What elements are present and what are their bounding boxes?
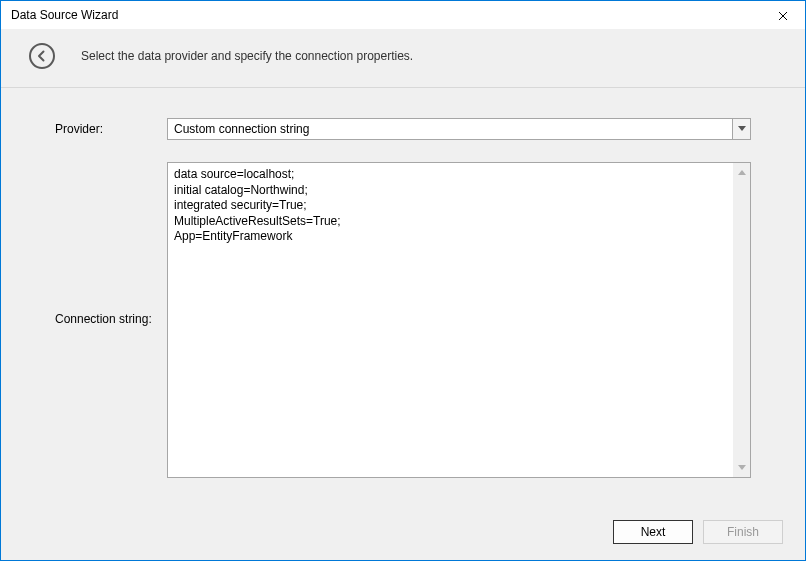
- connection-string-textarea[interactable]: [168, 163, 733, 477]
- connection-string-label: Connection string:: [55, 162, 167, 326]
- provider-combobox[interactable]: Custom connection string: [167, 118, 751, 140]
- header-instruction: Select the data provider and specify the…: [81, 49, 413, 63]
- scroll-up-icon: [738, 167, 746, 177]
- footer: Next Finish: [1, 510, 805, 560]
- window-title: Data Source Wizard: [11, 8, 118, 22]
- connection-string-row: Connection string:: [55, 162, 751, 478]
- provider-selected-value: Custom connection string: [168, 119, 732, 139]
- provider-row: Provider: Custom connection string: [55, 118, 751, 140]
- back-arrow-icon: [36, 50, 48, 62]
- close-icon: [778, 8, 788, 24]
- provider-label: Provider:: [55, 118, 167, 136]
- titlebar: Data Source Wizard: [1, 1, 805, 29]
- connection-string-field-wrap: [167, 162, 751, 478]
- form-area: Provider: Custom connection string Conne…: [1, 88, 805, 510]
- chevron-down-icon: [738, 126, 746, 132]
- next-button[interactable]: Next: [613, 520, 693, 544]
- close-button[interactable]: [767, 3, 799, 29]
- textarea-scrollbar[interactable]: [733, 163, 750, 477]
- scroll-down-icon: [738, 463, 746, 473]
- back-button[interactable]: [29, 43, 55, 69]
- finish-button: Finish: [703, 520, 783, 544]
- provider-dropdown-button[interactable]: [732, 119, 750, 139]
- wizard-window: Data Source Wizard Select the data provi…: [0, 0, 806, 561]
- header-row: Select the data provider and specify the…: [1, 29, 805, 88]
